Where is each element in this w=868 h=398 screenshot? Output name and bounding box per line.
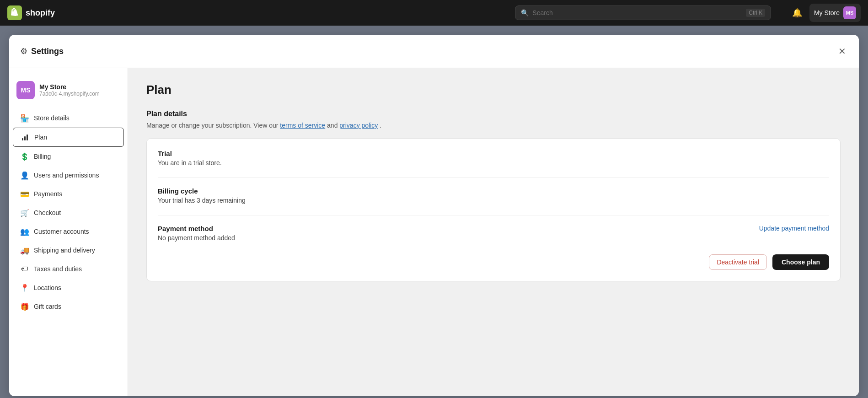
users-icon: 👤: [20, 171, 29, 180]
sidebar-item-store-details[interactable]: 🏪 Store details: [13, 109, 124, 127]
sidebar-label-store-details: Store details: [34, 114, 70, 122]
checkout-icon: 🛒: [20, 208, 29, 217]
terms-of-service-link[interactable]: terms of service: [280, 122, 325, 129]
locations-icon: 📍: [20, 283, 29, 292]
plan-payment-method-row: Payment method Update payment method No …: [158, 225, 829, 242]
store-info: MS My Store 7adc0c-4.myshopify.com: [9, 75, 128, 108]
sidebar-label-users-and-permissions: Users and permissions: [34, 172, 99, 179]
plan-billing-cycle-row: Billing cycle Your trial has 3 days rema…: [158, 187, 829, 204]
update-payment-method-link[interactable]: Update payment method: [759, 225, 829, 232]
sidebar-store-domain: 7adc0c-4.myshopify.com: [39, 91, 100, 97]
plan-desc-after: .: [380, 122, 381, 129]
trial-value: You are in a trial store.: [158, 159, 829, 167]
billing-cycle-value: Your trial has 3 days remaining: [158, 197, 829, 204]
privacy-policy-link[interactable]: privacy policy: [339, 122, 378, 129]
sidebar-item-checkout[interactable]: 🛒 Checkout: [13, 204, 124, 222]
notifications-button[interactable]: 🔔: [790, 6, 804, 20]
plan-details-description: Manage or change your subscription. View…: [146, 122, 841, 129]
search-shortcut: Ctrl K: [746, 9, 765, 17]
payments-icon: 💳: [20, 189, 29, 199]
store-selector-button[interactable]: My Store MS: [809, 4, 861, 22]
settings-title: Settings: [31, 47, 836, 56]
settings-sidebar: MS My Store 7adc0c-4.myshopify.com 🏪 Sto…: [9, 68, 128, 396]
gift-cards-icon: 🎁: [20, 302, 29, 311]
shipping-icon: 🚚: [20, 246, 29, 255]
sidebar-label-plan: Plan: [34, 134, 47, 141]
shopify-logo-icon: [7, 5, 22, 20]
store-details-icon: 🏪: [20, 113, 29, 123]
sidebar-item-users-and-permissions[interactable]: 👤 Users and permissions: [13, 166, 124, 184]
settings-main: Plan Plan details Manage or change your …: [128, 68, 859, 396]
plan-actions: Deactivate trial Choose plan: [158, 254, 829, 270]
payment-method-label: Payment method: [158, 225, 213, 232]
payment-method-value: No payment method added: [158, 234, 829, 242]
store-avatar: MS: [843, 6, 856, 19]
payment-method-header: Payment method Update payment method: [158, 225, 829, 234]
sidebar-item-taxes-and-duties[interactable]: 🏷 Taxes and duties: [13, 260, 124, 278]
shopify-logo-text: shopify: [26, 8, 55, 18]
plan-details-section-title: Plan details: [146, 110, 841, 118]
search-input[interactable]: [532, 9, 742, 16]
settings-close-button[interactable]: ✕: [836, 44, 848, 59]
store-name-label: My Store: [814, 9, 840, 16]
sidebar-item-locations[interactable]: 📍 Locations: [13, 279, 124, 297]
settings-gear-icon: ⚙: [20, 46, 27, 56]
page-title: Plan: [146, 83, 841, 97]
svg-rect-2: [27, 134, 28, 140]
sidebar-label-locations: Locations: [34, 284, 61, 291]
sidebar-label-customer-accounts: Customer accounts: [34, 228, 89, 235]
sidebar-item-plan[interactable]: Plan: [13, 128, 124, 147]
plan-divider-1: [158, 177, 829, 178]
bell-icon: 🔔: [792, 8, 802, 17]
settings-header: ⚙ Settings ✕: [9, 35, 859, 68]
sidebar-label-billing: Billing: [34, 153, 51, 160]
deactivate-trial-button[interactable]: Deactivate trial: [709, 254, 767, 270]
settings-modal: ⚙ Settings ✕ MS My Store 7adc0c-4.myshop…: [9, 35, 859, 396]
plan-icon: [21, 133, 30, 142]
sidebar-label-shipping-and-delivery: Shipping and delivery: [34, 247, 95, 254]
search-icon: 🔍: [521, 9, 529, 16]
taxes-icon: 🏷: [20, 264, 29, 274]
navbar: shopify 🔍 Ctrl K 🔔 My Store MS: [0, 0, 868, 26]
settings-body: MS My Store 7adc0c-4.myshopify.com 🏪 Sto…: [9, 68, 859, 396]
billing-icon: 💲: [20, 152, 29, 161]
sidebar-item-payments[interactable]: 💳 Payments: [13, 185, 124, 203]
sidebar-label-checkout: Checkout: [34, 209, 61, 216]
svg-rect-0: [22, 138, 23, 140]
svg-rect-1: [24, 136, 26, 140]
sidebar-store-avatar: MS: [16, 81, 35, 99]
search-input-wrapper: 🔍 Ctrl K: [515, 5, 771, 20]
sidebar-item-customer-accounts[interactable]: 👥 Customer accounts: [13, 222, 124, 241]
plan-trial-row: Trial You are in a trial store.: [158, 150, 829, 167]
billing-cycle-label: Billing cycle: [158, 187, 829, 195]
shopify-logo[interactable]: shopify: [7, 5, 55, 20]
sidebar-item-shipping-and-delivery[interactable]: 🚚 Shipping and delivery: [13, 241, 124, 259]
trial-label: Trial: [158, 150, 829, 157]
customer-accounts-icon: 👥: [20, 227, 29, 236]
plan-desc-before: Manage or change your subscription. View…: [146, 122, 278, 129]
sidebar-store-name: My Store: [39, 83, 100, 91]
plan-desc-middle: and: [327, 122, 338, 129]
store-info-text: My Store 7adc0c-4.myshopify.com: [39, 83, 100, 97]
sidebar-item-billing[interactable]: 💲 Billing: [13, 147, 124, 166]
sidebar-label-taxes-and-duties: Taxes and duties: [34, 265, 82, 273]
choose-plan-button[interactable]: Choose plan: [772, 254, 829, 270]
sidebar-label-gift-cards: Gift cards: [34, 303, 61, 310]
sidebar-item-gift-cards[interactable]: 🎁 Gift cards: [13, 297, 124, 316]
plan-divider-2: [158, 215, 829, 215]
navbar-right: 🔔 My Store MS: [790, 4, 861, 22]
search-bar: 🔍 Ctrl K: [515, 5, 771, 20]
sidebar-label-payments: Payments: [34, 190, 62, 198]
plan-card: Trial You are in a trial store. Billing …: [146, 138, 841, 281]
